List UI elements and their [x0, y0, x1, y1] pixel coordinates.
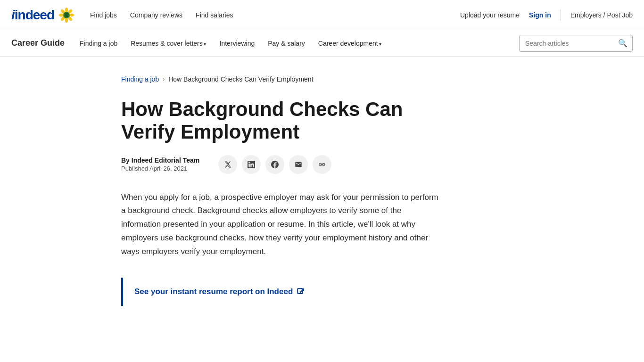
share-twitter-button[interactable]: [218, 155, 237, 174]
career-guide-navigation: Career Guide Finding a job Resumes & cov…: [0, 30, 644, 57]
breadcrumb-current-page: How Background Checks Can Verify Employm…: [168, 75, 313, 83]
article-title: How Background Checks Can Verify Employm…: [121, 98, 451, 144]
finding-a-job-nav-link[interactable]: Finding a job: [80, 40, 117, 47]
top-navigation: iindeed Find jobs Company reviews Find s…: [0, 0, 644, 30]
breadcrumb: Finding a job › How Background Checks Ca…: [121, 75, 523, 83]
top-nav-links: Find jobs Company reviews Find salaries: [90, 11, 233, 19]
resume-report-link[interactable]: See your instant resume report on Indeed: [134, 287, 305, 296]
svg-point-4: [69, 13, 74, 16]
share-link-button[interactable]: [313, 155, 331, 174]
upload-resume-link[interactable]: Upload your resume: [460, 11, 520, 19]
pay-salary-nav-link[interactable]: Pay & salary: [268, 40, 305, 47]
svg-point-3: [59, 13, 64, 16]
find-salaries-link[interactable]: Find salaries: [196, 11, 233, 19]
article-author: By Indeed Editorial Team: [121, 156, 199, 164]
article-intro-paragraph: When you apply for a job, a prospective …: [121, 191, 442, 259]
external-link-icon: [297, 288, 305, 296]
article-meta-share: By Indeed Editorial Team Published April…: [121, 155, 523, 174]
article-publish-date: Published April 26, 2021: [121, 165, 199, 172]
search-button[interactable]: 🔍: [613, 39, 632, 48]
sign-in-link[interactable]: Sign in: [529, 11, 551, 19]
share-email-button[interactable]: [289, 155, 308, 174]
top-nav-right: Upload your resume Sign in Employers / P…: [460, 9, 633, 21]
search-input[interactable]: [520, 35, 613, 51]
breadcrumb-separator: ›: [163, 76, 165, 82]
indeed-logo: iindeed: [11, 8, 54, 23]
svg-point-10: [65, 13, 69, 17]
top-nav-left: iindeed Find jobs Company reviews Find s…: [11, 7, 233, 24]
breadcrumb-parent-link[interactable]: Finding a job: [121, 75, 159, 83]
nav-divider: [561, 9, 561, 21]
company-reviews-link[interactable]: Company reviews: [130, 11, 182, 19]
main-content: Finding a job › How Background Checks Ca…: [110, 57, 534, 334]
logo-area[interactable]: iindeed: [11, 7, 75, 24]
resume-cta-block: See your instant resume report on Indeed: [121, 278, 442, 306]
share-linkedin-button[interactable]: [242, 155, 261, 174]
svg-point-1: [65, 7, 68, 12]
interviewing-nav-link[interactable]: Interviewing: [220, 40, 255, 47]
article-meta: By Indeed Editorial Team Published April…: [121, 156, 199, 172]
resumes-cover-letters-nav-link[interactable]: Resumes & cover letters: [131, 40, 206, 47]
sunflower-icon: [58, 7, 75, 24]
employers-post-job-link[interactable]: Employers / Post Job: [570, 11, 633, 19]
svg-point-2: [65, 17, 68, 23]
share-facebook-button[interactable]: [265, 155, 284, 174]
career-development-nav-link[interactable]: Career development: [318, 40, 382, 47]
find-jobs-link[interactable]: Find jobs: [90, 11, 117, 19]
share-buttons: [218, 155, 331, 174]
article-search-area: 🔍: [519, 35, 633, 52]
career-guide-title: Career Guide: [11, 38, 65, 48]
career-nav-links: Finding a job Resumes & cover letters In…: [80, 40, 519, 47]
